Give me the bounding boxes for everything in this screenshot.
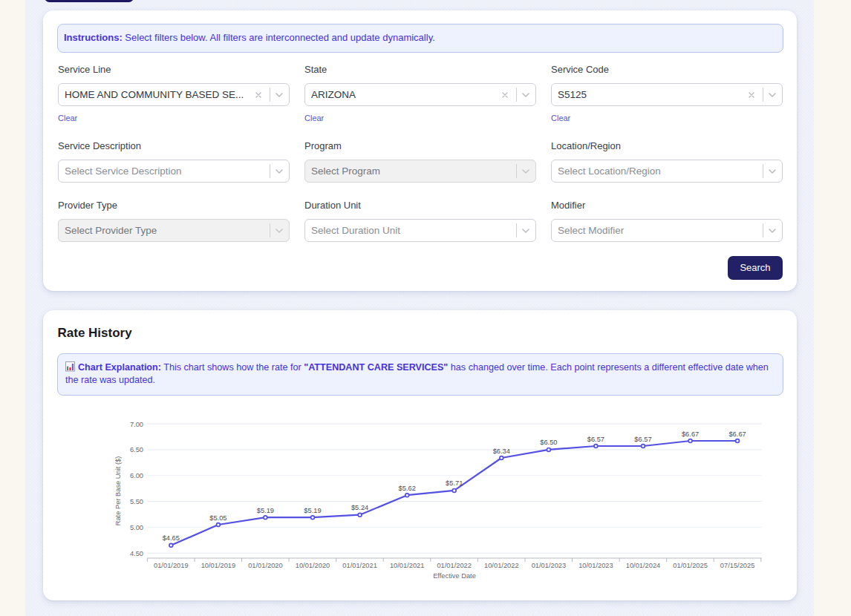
svg-text:10/01/2019: 10/01/2019 — [201, 562, 236, 569]
svg-text:$6.34: $6.34 — [493, 448, 510, 455]
svg-text:$5.05: $5.05 — [209, 514, 226, 522]
svg-text:$6.67: $6.67 — [682, 430, 699, 438]
svg-text:07/15/2025: 07/15/2025 — [720, 562, 755, 569]
svg-text:$6.57: $6.57 — [634, 436, 651, 443]
svg-text:$6.67: $6.67 — [728, 430, 746, 438]
svg-text:Effective Date: Effective Date — [433, 572, 476, 580]
svg-text:01/01/2020: 01/01/2020 — [248, 562, 283, 569]
svg-text:$4.65: $4.65 — [163, 534, 180, 542]
svg-text:$6.57: $6.57 — [587, 436, 604, 443]
svg-text:Rate Per Base Unit ($): Rate Per Base Unit ($) — [114, 456, 122, 526]
svg-text:6.50: 6.50 — [130, 446, 143, 453]
svg-text:$6.50: $6.50 — [540, 439, 557, 446]
svg-text:$5.62: $5.62 — [399, 485, 416, 492]
svg-text:10/01/2020: 10/01/2020 — [296, 562, 330, 569]
svg-text:01/01/2022: 01/01/2022 — [437, 562, 472, 569]
svg-text:01/01/2021: 01/01/2021 — [342, 562, 377, 569]
svg-text:10/01/2024: 10/01/2024 — [626, 562, 661, 569]
svg-text:6.00: 6.00 — [130, 472, 143, 479]
svg-text:4.50: 4.50 — [130, 550, 143, 557]
svg-text:01/01/2019: 01/01/2019 — [154, 562, 189, 569]
svg-text:$5.24: $5.24 — [351, 504, 368, 511]
svg-text:7.00: 7.00 — [130, 421, 143, 428]
svg-text:$5.19: $5.19 — [257, 507, 274, 514]
svg-text:01/01/2025: 01/01/2025 — [673, 562, 708, 569]
svg-text:10/01/2023: 10/01/2023 — [578, 562, 613, 569]
svg-text:5.50: 5.50 — [130, 498, 143, 505]
svg-text:01/01/2023: 01/01/2023 — [532, 562, 567, 569]
svg-text:10/01/2021: 10/01/2021 — [390, 562, 425, 569]
svg-text:$5.19: $5.19 — [304, 507, 321, 514]
svg-text:10/01/2022: 10/01/2022 — [484, 562, 519, 569]
svg-text:$5.71: $5.71 — [446, 479, 463, 487]
svg-text:5.00: 5.00 — [130, 524, 143, 531]
